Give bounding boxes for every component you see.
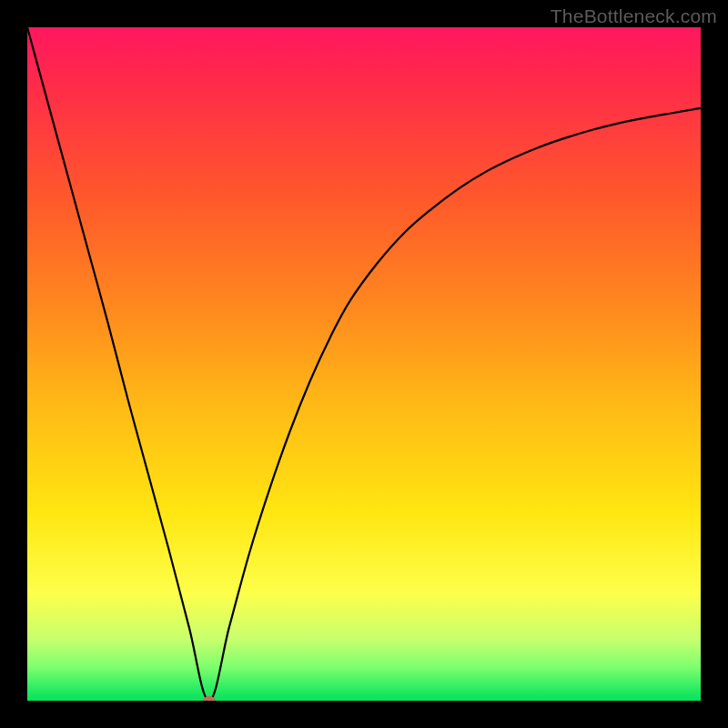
chart-root: TheBottleneck.com	[0, 0, 728, 728]
watermark-text: TheBottleneck.com	[551, 5, 717, 27]
bottleneck-curve	[27, 27, 701, 701]
plot-area	[27, 27, 701, 701]
optimum-marker	[203, 696, 216, 701]
